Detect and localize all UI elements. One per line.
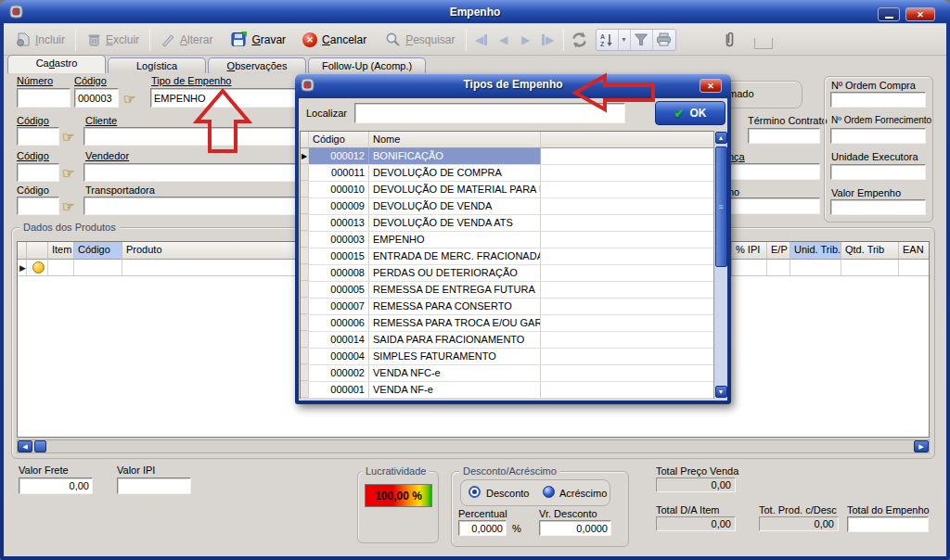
tipos-vscrollbar[interactable]: ▲ ▼ <box>713 131 727 399</box>
tipos-grid-row[interactable]: 000002 VENDA NFC-e <box>301 365 721 382</box>
refresh-button[interactable] <box>568 30 592 50</box>
tipos-grid-row[interactable]: 000007 REMESSA PARA CONSERTO <box>301 299 721 315</box>
valor-ipi-label: Valor IPI <box>117 465 155 476</box>
paperclip-icon <box>723 31 736 48</box>
window-title: Empenho <box>6 6 944 19</box>
col-qtd-trib[interactable]: Qtd. Trib <box>841 242 899 260</box>
tab-followup[interactable]: Follow-Up (Acomp.) <box>308 57 426 73</box>
nav-next-button[interactable]: ▶ <box>515 30 537 50</box>
col-ipi[interactable]: % IPI <box>732 242 767 260</box>
lucratividade-caption: Lucratividade <box>362 465 430 477</box>
sort-dropdown-button[interactable]: ▼ <box>619 30 631 50</box>
tipos-grid-row[interactable]: 000014 SAIDA PARA FRACIONAMENTO <box>301 332 721 349</box>
col-ep[interactable]: E/P <box>767 242 790 260</box>
tab-cadastro[interactable]: Cadastro <box>7 55 106 73</box>
vr-desconto-input[interactable] <box>539 520 611 536</box>
current-row-indicator: ▶ <box>18 260 27 275</box>
tipos-grid-row[interactable]: ▶ 000012 BONIFICAÇÃO <box>301 148 721 165</box>
vendedor-lookup-icon[interactable]: ☞ <box>62 165 74 182</box>
tipos-grid-row[interactable]: 000003 EMPENHO <box>301 232 721 248</box>
filter-button[interactable] <box>631 30 653 50</box>
desconto-radio-label[interactable]: Desconto <box>486 488 529 499</box>
ok-label: OK <box>689 107 706 120</box>
cliente-label: Cliente <box>85 115 117 126</box>
ok-check-icon: ✔ <box>674 107 685 121</box>
scroll-thumb[interactable] <box>34 440 46 452</box>
tipos-grid-row[interactable]: 000009 DEVOLUÇÃO DE VENDA <box>301 198 721 215</box>
tipos-grid-row[interactable]: 000004 SIMPLES FATURAMENTO <box>301 349 721 365</box>
pesquisar-button[interactable]: Pesquisar <box>379 29 461 50</box>
ordem-compra-input[interactable] <box>830 92 926 108</box>
acrescimo-radio[interactable] <box>543 486 555 498</box>
gravar-label: Gravar <box>251 33 286 46</box>
empenho-window: Empenho ✕ Incluir Excluir Alterar Gravar… <box>0 0 950 560</box>
col-item[interactable]: Item <box>48 242 74 260</box>
main-toolbar: Incluir Excluir Alterar Gravar ✕ Cancela… <box>4 24 946 56</box>
search-icon <box>385 32 401 47</box>
attachment-button[interactable] <box>717 29 741 51</box>
tipos-grid-row[interactable]: 000005 REMESSA DE ENTREGA FUTURA <box>301 282 721 299</box>
valor-empenho-input[interactable] <box>830 199 926 215</box>
row-nome: BONIFICAÇÃO <box>369 148 541 164</box>
cliente-lookup-icon[interactable]: ☞ <box>62 129 74 146</box>
row-codigo: 000010 <box>309 182 369 197</box>
nav-last-button[interactable]: ▶ <box>537 30 559 50</box>
dialog-close-button[interactable]: ✕ <box>700 79 722 93</box>
tipos-grid-row[interactable]: 000011 DEVOLUÇÃO DE COMPRA <box>301 165 721 182</box>
alterar-button[interactable]: Alterar <box>154 29 219 50</box>
tipos-grid-row[interactable]: 000010 DEVOLUÇÃO DE MATERIAL PARA U <box>301 182 721 198</box>
excluir-button[interactable]: Excluir <box>80 29 146 50</box>
incluir-label: Incluir <box>35 33 65 46</box>
close-button[interactable]: ✕ <box>905 7 935 21</box>
gravar-button[interactable]: Gravar <box>225 29 292 50</box>
codigo-tipo-input[interactable] <box>74 88 119 108</box>
codigo-transportadora-input[interactable] <box>17 197 59 215</box>
minimize-button[interactable] <box>878 7 900 21</box>
sort-button[interactable]: AZ <box>597 30 619 50</box>
ordem-fornecimento-input[interactable] <box>830 128 926 144</box>
total-empenho-input[interactable] <box>847 516 929 532</box>
scroll-left-button[interactable]: ◀ <box>18 440 32 452</box>
row-nome: DEVOLUÇÃO DE VENDA <box>369 198 541 214</box>
codigo-vendedor-input[interactable] <box>17 163 59 182</box>
col-codigo[interactable]: Código <box>309 132 369 148</box>
nav-first-button[interactable]: ◀ <box>470 30 493 50</box>
tab-observacoes[interactable]: Observações <box>208 57 306 73</box>
col-nome[interactable]: Nome <box>369 132 541 148</box>
codigo-cliente-input[interactable] <box>17 127 59 146</box>
tipo-lookup-icon[interactable]: ☞ <box>123 91 135 108</box>
desconto-caption: Desconto/Acréscimo <box>459 465 560 477</box>
row-codigo: 000011 <box>309 165 369 181</box>
tipos-grid-row[interactable]: 000001 VENDA NF-e <box>301 382 721 399</box>
col-ean[interactable]: EAN <box>899 242 929 260</box>
tipos-grid-row[interactable]: 000015 ENTRADA DE MERC. FRACIONADA <box>301 248 721 265</box>
tipos-grid-row[interactable]: 000006 REMESSA PARA TROCA E/OU GAR <box>301 315 721 332</box>
vscroll-thumb[interactable] <box>715 146 727 267</box>
vscroll-up-button[interactable]: ▲ <box>715 132 727 144</box>
row-indicator <box>301 282 309 298</box>
tipos-grid-row[interactable]: 000008 PERDAS OU DETERIORAÇÃO <box>301 265 721 282</box>
col-codigo[interactable]: Código <box>74 242 122 260</box>
tipos-grid-row[interactable]: 000013 DEVOLUÇÃO DE VENDA ATS <box>301 215 721 232</box>
col-unid-trib[interactable]: Unid. Trib. <box>790 242 841 260</box>
desconto-radio[interactable] <box>469 486 481 498</box>
valor-frete-input[interactable] <box>19 477 93 494</box>
products-hscrollbar[interactable]: ◀ ▶ <box>17 439 930 453</box>
valor-ipi-input[interactable] <box>117 477 191 494</box>
percentual-input[interactable] <box>458 520 507 536</box>
scroll-right-button[interactable]: ▶ <box>914 440 929 452</box>
vscroll-down-button[interactable]: ▼ <box>715 386 727 398</box>
incluir-button[interactable]: Incluir <box>9 29 71 50</box>
tab-logistica[interactable]: Logística <box>108 57 206 73</box>
print-button[interactable] <box>653 30 675 50</box>
transportadora-lookup-icon[interactable]: ☞ <box>62 198 74 215</box>
tipos-grid: Código Nome ▶ 000012 BONIFICAÇÃO 000011 … <box>300 131 722 399</box>
localizar-input[interactable] <box>354 103 625 123</box>
ok-button[interactable]: ✔ OK <box>655 101 725 125</box>
cancelar-button[interactable]: ✕ Cancelar <box>296 30 373 50</box>
acrescimo-radio-label[interactable]: Acréscimo <box>559 488 607 499</box>
numero-input[interactable] <box>17 88 71 108</box>
unidade-executora-input[interactable] <box>830 164 926 180</box>
nav-prev-button[interactable]: ◀ <box>493 30 515 50</box>
termino-contrato-input[interactable] <box>748 128 820 144</box>
